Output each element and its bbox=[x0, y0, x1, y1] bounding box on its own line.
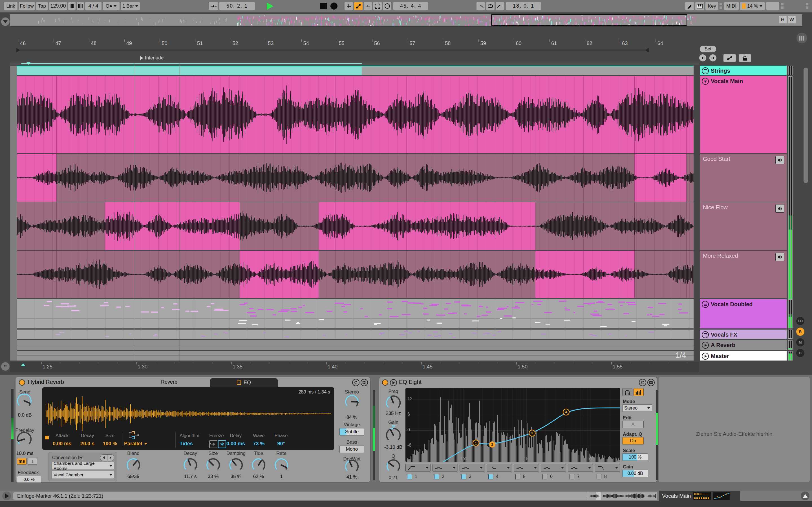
lane-audition-button[interactable] bbox=[775, 156, 784, 164]
group-fold-icon[interactable] bbox=[702, 301, 709, 308]
eq-tab-checkbox[interactable] bbox=[237, 381, 241, 385]
loop-start-handle[interactable] bbox=[16, 48, 20, 52]
device-on-led[interactable] bbox=[19, 379, 25, 386]
band-checkbox[interactable] bbox=[597, 474, 601, 480]
record-button[interactable] bbox=[331, 3, 338, 10]
follow-scroll-toggle[interactable]: ≈ bbox=[1, 362, 10, 371]
tempo-field[interactable]: 129.00 bbox=[49, 2, 67, 10]
time-ruler[interactable] bbox=[10, 362, 699, 372]
hot-swap-icon[interactable] bbox=[639, 379, 646, 386]
groove-amount-button[interactable]: O● bbox=[103, 2, 119, 10]
spectrum-toggle-button[interactable] bbox=[633, 388, 644, 396]
track-play-icon[interactable] bbox=[702, 342, 709, 349]
track-name[interactable]: Good Start bbox=[703, 156, 730, 162]
overview-viewport[interactable] bbox=[491, 14, 687, 25]
scale-field[interactable]: 100 % bbox=[622, 453, 648, 461]
audition-button[interactable] bbox=[622, 388, 632, 396]
output-gain-field[interactable]: 0.00 dB bbox=[622, 470, 648, 477]
band-2-filter-dropdown[interactable] bbox=[433, 464, 458, 471]
drywet-value[interactable]: 41 % bbox=[347, 474, 357, 480]
band-1-filter-dropdown[interactable] bbox=[405, 464, 431, 471]
punch-in-button[interactable] bbox=[476, 2, 485, 10]
tab-eq[interactable]: EQ bbox=[210, 378, 278, 387]
overview-w-button[interactable]: W bbox=[788, 16, 796, 23]
band-checkbox[interactable] bbox=[461, 474, 466, 480]
band-7-filter-dropdown[interactable] bbox=[568, 464, 593, 471]
bar-number[interactable]: 54 bbox=[303, 41, 309, 47]
ir-file-dropdown[interactable]: Vocal Chamber bbox=[52, 471, 114, 479]
add-locator-button[interactable] bbox=[345, 2, 353, 10]
band-checkbox[interactable] bbox=[515, 474, 520, 480]
bar-number[interactable]: 57 bbox=[410, 41, 415, 47]
bar-number[interactable]: 62 bbox=[587, 41, 592, 47]
band-7-activator[interactable]: 7 bbox=[568, 474, 593, 480]
bar-number[interactable]: 61 bbox=[551, 41, 557, 47]
tide-knob[interactable] bbox=[251, 457, 266, 473]
band-8-activator[interactable]: 8 bbox=[595, 474, 620, 480]
bar-number[interactable]: 49 bbox=[126, 41, 132, 47]
band-checkbox[interactable] bbox=[407, 474, 412, 480]
freeze-in-button[interactable] bbox=[209, 440, 217, 448]
bar-number[interactable]: 58 bbox=[445, 41, 451, 47]
band-4-activator[interactable]: 4 bbox=[487, 474, 512, 480]
bar-number[interactable]: 53 bbox=[268, 41, 273, 47]
arrangement-overview[interactable] bbox=[10, 14, 802, 26]
track-name[interactable]: A Reverb bbox=[711, 342, 735, 348]
clip-lane-master[interactable] bbox=[17, 351, 694, 360]
edit-ab-button[interactable]: A bbox=[622, 421, 644, 428]
predelay-sync-mode-button[interactable]: ♪ bbox=[28, 458, 37, 465]
bar-number[interactable]: 56 bbox=[374, 41, 380, 47]
save-preset-icon[interactable] bbox=[647, 379, 655, 386]
draw-automation-button[interactable] bbox=[723, 54, 736, 62]
track-header-nice-flow[interactable]: Nice Flow bbox=[700, 202, 786, 250]
attack-value[interactable]: 0.00 ms bbox=[53, 441, 71, 447]
clip-lane-strings[interactable] bbox=[17, 66, 694, 75]
band-6-filter-dropdown[interactable] bbox=[541, 464, 566, 471]
strings-clip-tail[interactable] bbox=[362, 66, 694, 75]
size-b-value[interactable]: 33 % bbox=[208, 474, 219, 480]
routing-selector[interactable]: Parallel bbox=[124, 441, 147, 447]
ir-category-dropdown[interactable]: Chambers and Large Rooms bbox=[52, 462, 114, 470]
track-header-more-relaxed[interactable]: More Relaxed bbox=[700, 251, 786, 298]
link-button[interactable]: Link bbox=[4, 2, 17, 10]
group-fold-icon[interactable] bbox=[702, 331, 709, 338]
track-name[interactable]: Strings bbox=[711, 68, 730, 74]
lane-audition-button[interactable] bbox=[775, 204, 784, 213]
band-checkbox[interactable] bbox=[543, 474, 547, 480]
clip-lane-vocals-fx[interactable] bbox=[17, 330, 694, 339]
clip-lane-more-relaxed[interactable] bbox=[17, 251, 694, 298]
arrangement-position-field[interactable]: 50. 2. 1 bbox=[219, 2, 255, 10]
bar-number[interactable]: 52 bbox=[233, 41, 238, 47]
track-header-vocals-doubled[interactable]: Vocals Doubled bbox=[700, 299, 786, 328]
track-name[interactable]: Nice Flow bbox=[703, 204, 728, 211]
ir-next-button[interactable] bbox=[107, 455, 114, 461]
track-header-good-start[interactable]: Good Start bbox=[700, 154, 786, 202]
side-button-mute[interactable]: M bbox=[796, 338, 804, 346]
play-button[interactable] bbox=[267, 3, 273, 10]
bass-mono-selector[interactable]: Mono bbox=[340, 446, 364, 453]
track-header-vocals-main[interactable]: Vocals Main bbox=[700, 76, 786, 153]
tab-reverb[interactable]: Reverb bbox=[148, 377, 190, 387]
rate-value[interactable]: 1 bbox=[280, 474, 283, 480]
stop-button[interactable] bbox=[320, 3, 327, 9]
blend-knob[interactable] bbox=[125, 457, 141, 473]
rate-knob[interactable] bbox=[273, 457, 289, 473]
band-2-activator[interactable]: 2 bbox=[433, 474, 458, 480]
track-header-master[interactable]: Master bbox=[700, 351, 786, 360]
algorithm-selector[interactable]: Tides bbox=[180, 441, 211, 447]
nudge-down-button[interactable] bbox=[68, 2, 75, 10]
track-header-strings[interactable]: Strings bbox=[700, 66, 786, 75]
band-3-filter-dropdown[interactable] bbox=[460, 464, 485, 471]
loop-length-field[interactable]: 18. 0. 1 bbox=[506, 2, 541, 10]
back-to-arrangement-corner[interactable] bbox=[1, 17, 10, 26]
predelay-knob[interactable] bbox=[16, 431, 33, 448]
bar-number[interactable]: 64 bbox=[658, 41, 663, 47]
bar-number[interactable]: 48 bbox=[91, 41, 96, 47]
envelope-on-checkbox[interactable] bbox=[45, 436, 49, 439]
song-start-marker[interactable] bbox=[21, 363, 26, 366]
save-preset-icon[interactable] bbox=[361, 379, 368, 386]
preview-play-button[interactable] bbox=[2, 492, 11, 500]
band-checkbox[interactable] bbox=[488, 474, 493, 480]
side-button-delay[interactable]: D bbox=[796, 349, 804, 357]
track-name[interactable]: Master bbox=[711, 353, 729, 359]
